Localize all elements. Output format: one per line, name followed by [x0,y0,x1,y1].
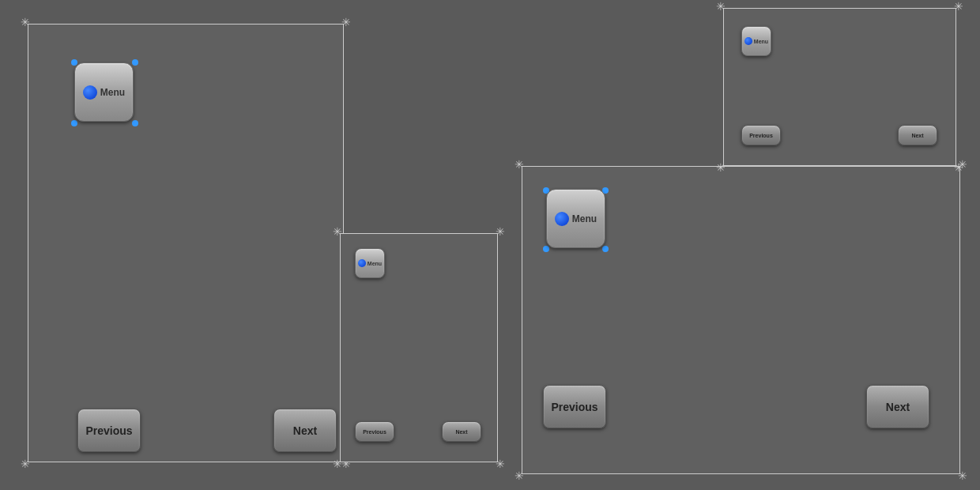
previous-button[interactable]: Previous [355,421,394,442]
previous-button[interactable]: Previous [741,125,781,145]
next-button[interactable]: Next [273,409,337,452]
selection-handle-br [602,246,609,252]
panel-large-bottomright: ✳ ✳ ✳ ✳ Menu Previous Next [522,166,960,474]
next-button[interactable]: Next [866,385,929,428]
globe-icon [358,259,366,267]
next-label: Next [455,429,467,435]
globe-icon [744,37,752,45]
corner-marker-tr: ✳ [958,159,967,170]
corner-marker-tl: ✳ [21,17,30,28]
panel-small-topright: ✳ ✳ ✳ ✳ Menu Previous Next [723,8,956,166]
menu-label: Menu [100,87,125,98]
previous-label: Previous [551,401,597,413]
corner-marker-br: ✳ [958,470,967,481]
globe-icon [83,85,97,100]
corner-marker-br: ✳ [496,458,505,469]
next-label: Next [293,424,317,437]
next-button[interactable]: Next [898,125,937,145]
next-button[interactable]: Next [442,421,481,442]
previous-button[interactable]: Previous [543,385,606,428]
corner-marker-tl: ✳ [514,159,524,170]
selection-handle-br [132,120,138,126]
menu-button[interactable]: Menu [741,26,771,56]
globe-icon [555,212,569,226]
menu-label: Menu [754,39,768,44]
menu-button[interactable]: Menu [355,248,385,278]
corner-marker-tr: ✳ [496,226,505,237]
previous-label: Previous [363,429,386,435]
corner-marker-tr: ✳ [341,17,351,28]
selection-handle-bl [543,246,549,252]
menu-button[interactable]: Menu [546,189,605,248]
previous-label: Previous [85,424,132,437]
menu-label: Menu [572,213,597,224]
panel-small-middle: ✳ ✳ ✳ ✳ Menu Previous Next [340,233,498,462]
corner-marker-tl: ✳ [716,1,726,12]
previous-label: Previous [749,133,773,138]
corner-marker-bl: ✳ [514,470,524,481]
next-label: Next [911,133,923,138]
corner-marker-bl: ✳ [21,458,30,469]
selection-handle-bl [71,120,77,126]
panel-large-topleft: ✳ ✳ ✳ ✳ Menu Previous Next [28,24,344,462]
corner-marker-tr: ✳ [954,1,963,12]
previous-button[interactable]: Previous [77,409,141,452]
menu-label: Menu [368,261,382,266]
next-label: Next [886,401,910,413]
selection-handle-tr [132,59,138,66]
menu-button[interactable]: Menu [74,62,134,122]
